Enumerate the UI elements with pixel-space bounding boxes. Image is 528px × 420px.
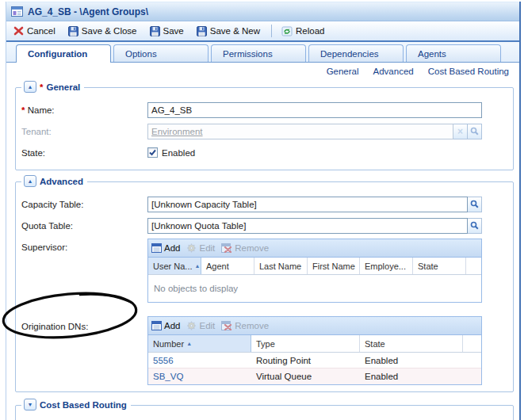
save-and-close-button[interactable]: Save & Close: [64, 24, 143, 39]
expand-cost-based-routing-button[interactable]: ▼: [24, 399, 36, 410]
collapse-general-button[interactable]: ▲: [24, 81, 36, 93]
column-header-employee[interactable]: Employe...: [360, 258, 413, 274]
supervisor-empty-message: No objects to display: [148, 275, 481, 302]
tab-strip: Configuration Options Permissions Depend…: [6, 42, 519, 63]
column-header-agent[interactable]: Agent: [201, 258, 254, 274]
general-legend: ▲ * General: [21, 81, 84, 93]
column-header-filler: [466, 258, 481, 274]
tenant-field-row: Tenant: ×: [21, 120, 507, 142]
capacity-table-label: Capacity Table:: [21, 200, 147, 209]
supervisor-label: Supervisor:: [21, 239, 147, 252]
check-icon: [148, 148, 157, 157]
state-field-row: State: Enabled: [21, 142, 507, 163]
general-section: ▲ * General * Name: Tenant: ×: [15, 87, 514, 170]
supervisor-remove-button[interactable]: Remove: [221, 243, 269, 253]
column-header-filler: [463, 335, 481, 352]
reload-button[interactable]: Reload: [277, 24, 330, 39]
origination-dns-grid: Add Edit: [147, 316, 482, 385]
column-header-number[interactable]: Number▲: [148, 335, 251, 352]
supervisor-edit-button[interactable]: Edit: [186, 243, 215, 253]
origination-dns-grid-header: Number▲ Type State: [148, 335, 481, 353]
window-title: AG_4_SB - \Agent Groups\: [28, 6, 148, 17]
sort-arrow-icon: ▲: [195, 263, 201, 269]
panel-frame: AG_4_SB - \Agent Groups\ Cancel Sa: [6, 2, 521, 420]
save-button[interactable]: Save: [146, 24, 189, 39]
column-header-state[interactable]: State: [413, 258, 466, 274]
tab-configuration[interactable]: Configuration: [16, 44, 111, 63]
save-icon: [68, 26, 78, 36]
origination-dns-label: Origination DNs:: [21, 316, 147, 331]
toolbar-separator: [271, 25, 272, 37]
column-header-user-name[interactable]: User Na...▲: [148, 258, 201, 274]
tab-options[interactable]: Options: [113, 44, 209, 62]
advanced-section: ▲ Advanced Capacity Table:: [15, 181, 514, 392]
save-icon: [150, 26, 160, 36]
section-links-row: General Advanced Cost Based Routing: [6, 63, 519, 79]
tab-permissions[interactable]: Permissions: [211, 44, 306, 62]
magnifier-icon: [470, 200, 479, 208]
state-enabled-checkbox[interactable]: [147, 147, 158, 158]
save-and-new-button[interactable]: Save & New: [193, 24, 266, 39]
origination-dns-grid-toolbar: Add Edit: [148, 317, 481, 335]
cancel-x-icon: [13, 26, 24, 36]
supervisor-row: Supervisor: Add: [21, 239, 507, 303]
add-icon: [151, 321, 162, 330]
title-bar: AG_4_SB - \Agent Groups\: [6, 2, 519, 21]
window-icon: [11, 6, 23, 17]
edit-gear-icon: [186, 321, 197, 330]
cost-based-routing-section: ▼ Cost Based Routing: [15, 405, 514, 420]
name-input[interactable]: [147, 102, 482, 118]
supervisor-add-button[interactable]: Add: [151, 243, 180, 253]
reload-icon: [281, 26, 293, 36]
origination-dns-edit-button[interactable]: Edit: [186, 321, 215, 330]
form-content: ▲ * General * Name: Tenant: ×: [6, 79, 519, 420]
state-label: State:: [21, 148, 147, 158]
capacity-table-input[interactable]: [147, 197, 468, 212]
cancel-button[interactable]: Cancel: [10, 24, 61, 38]
capacity-table-browse-button[interactable]: [468, 197, 482, 212]
tenant-label: Tenant:: [21, 127, 147, 136]
supervisor-grid: Add Edit: [147, 239, 482, 303]
section-link-advanced[interactable]: Advanced: [373, 67, 414, 76]
section-link-general[interactable]: General: [327, 67, 359, 76]
column-header-type[interactable]: Type: [251, 335, 360, 352]
main-toolbar: Cancel Save & Close: [6, 21, 519, 42]
section-link-cost-based-routing[interactable]: Cost Based Routing: [428, 67, 509, 76]
column-header-state[interactable]: State: [360, 335, 463, 352]
quota-table-label: Quota Table:: [21, 221, 147, 231]
quota-table-row: Quota Table:: [21, 215, 507, 236]
tenant-browse-button[interactable]: [468, 124, 482, 139]
dn-row-sb-vq[interactable]: SB_VQ Virtual Queue Enabled: [148, 368, 481, 384]
quota-table-input[interactable]: [147, 218, 468, 234]
collapse-advanced-button[interactable]: ▲: [24, 175, 36, 187]
magnifier-icon: [470, 127, 479, 136]
tab-dependencies[interactable]: Dependencies: [308, 44, 404, 62]
origination-dns-row: Origination DNs:: [21, 316, 507, 385]
tenant-clear-button[interactable]: ×: [453, 124, 468, 139]
column-header-last-name[interactable]: Last Name: [254, 258, 308, 274]
save-icon: [197, 26, 207, 36]
name-label: Name:: [28, 105, 55, 115]
remove-icon: [221, 321, 232, 330]
tab-agents[interactable]: Agents: [406, 44, 501, 62]
remove-icon: [221, 243, 232, 253]
agent-group-window: AG_4_SB - \Agent Groups\ Cancel Sa: [0, 0, 528, 420]
edit-gear-icon: [186, 243, 197, 253]
origination-dns-add-button[interactable]: Add: [151, 321, 180, 330]
sort-arrow-icon: ▲: [186, 341, 192, 346]
magnifier-icon: [470, 221, 479, 230]
supervisor-grid-toolbar: Add Edit: [148, 239, 481, 258]
capacity-table-row: Capacity Table:: [21, 193, 507, 215]
tenant-input[interactable]: [147, 124, 453, 139]
origination-dns-remove-button[interactable]: Remove: [221, 321, 269, 330]
dn-row-5556[interactable]: 5556 Routing Point Enabled: [148, 353, 481, 368]
add-icon: [151, 243, 162, 253]
quota-table-browse-button[interactable]: [468, 218, 482, 234]
state-enabled-label: Enabled: [162, 148, 195, 158]
supervisor-grid-header: User Na...▲ Agent Last Name First Name E…: [148, 258, 481, 275]
column-header-first-name[interactable]: First Name: [308, 258, 360, 274]
name-field-row: * Name:: [21, 99, 507, 120]
advanced-legend: ▲ Advanced: [21, 175, 87, 187]
cost-based-routing-legend: ▼ Cost Based Routing: [21, 399, 131, 410]
clear-x-icon: ×: [457, 127, 463, 136]
